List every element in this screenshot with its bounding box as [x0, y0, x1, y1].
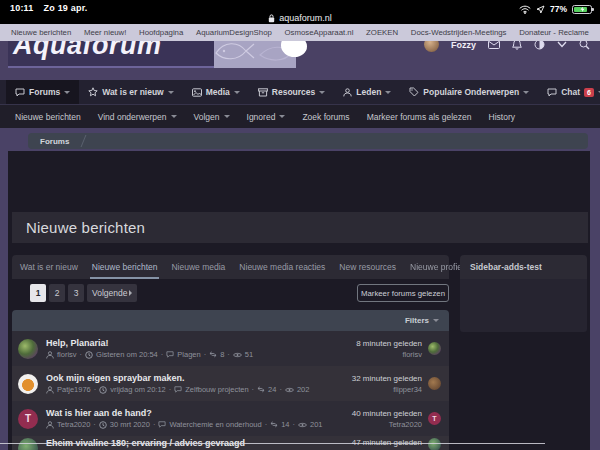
- tab-nieuwe-media[interactable]: Nieuwe media: [171, 255, 225, 279]
- avatar[interactable]: [428, 342, 441, 355]
- thread-author[interactable]: florisv: [57, 350, 77, 359]
- caret-down-icon: [234, 91, 240, 94]
- site-logo[interactable]: Aquaforum: [13, 41, 162, 60]
- breadcrumb-forums[interactable]: Forums: [40, 137, 69, 146]
- thread-author[interactable]: Patje1976: [57, 385, 91, 394]
- page-title: Nieuwe berichten: [26, 219, 145, 236]
- bookmark-donateur-reclame[interactable]: Donateur - Reclame: [519, 28, 589, 37]
- tabs-bar: Wat is er nieuw Nieuwe berichten Nieuwe …: [12, 255, 449, 279]
- image-icon: [192, 88, 202, 97]
- subnav-item-markeer-forums[interactable]: Markeer forums als gelezen: [367, 112, 472, 122]
- thread-title[interactable]: Wat is hier aan de hand?: [46, 408, 352, 418]
- table-row[interactable]: Help, Planaria! florisv Gisteren om 20:5…: [12, 331, 449, 366]
- avatar[interactable]: [428, 377, 441, 390]
- subnav-item-zoek-forums[interactable]: Zoek forums: [302, 112, 349, 122]
- moon-toggle-icon[interactable]: [534, 41, 545, 50]
- avatar[interactable]: [18, 339, 38, 359]
- avatar[interactable]: T: [428, 412, 441, 425]
- nav-item-populaire-onderwerpen[interactable]: Populaire Onderwerpen: [400, 80, 538, 104]
- thread-replies: 8: [220, 350, 224, 359]
- subnav-item-nieuwe-berichten[interactable]: Nieuwe berichten: [15, 112, 81, 122]
- chevron-down-icon[interactable]: [557, 41, 567, 48]
- sidebar-ad-slot: [460, 279, 587, 332]
- last-post-time[interactable]: 32 minuten geleden: [352, 374, 422, 383]
- bookmark-osmoseapparaat[interactable]: OsmoseApparaat.nl: [285, 28, 354, 37]
- table-row[interactable]: Ook mijn eigen spraybar maken. Patje1976…: [12, 366, 449, 401]
- thread-title[interactable]: Help, Planaria!: [46, 338, 356, 348]
- search-icon[interactable]: [579, 41, 590, 50]
- sidebar: Sidebar-adds-test: [460, 255, 587, 332]
- forum-icon: [166, 351, 174, 358]
- address-bar[interactable]: aquaforum.nl: [0, 13, 600, 23]
- nav-item-wat-is-er-nieuw[interactable]: Wat is er nieuw: [79, 80, 183, 104]
- avatar[interactable]: [18, 374, 38, 394]
- eye-icon: [285, 387, 294, 393]
- bookmark-meer-nieuw[interactable]: Meer nieuw!: [84, 28, 126, 37]
- user-icon: [46, 421, 54, 429]
- bookmark-hoofdpagina[interactable]: Hoofdpagina: [139, 28, 183, 37]
- bookmark-docs-wedstrijden-meetings[interactable]: Docs-Wedstrijden-Meetings: [411, 28, 507, 37]
- nav-item-chat[interactable]: Chat 6: [538, 80, 600, 104]
- nav-label: Media: [206, 87, 230, 97]
- nav-item-leden[interactable]: Leden: [334, 80, 400, 104]
- bookmark-nieuwe-berichten[interactable]: Nieuwe berichten: [11, 28, 71, 37]
- filters-button[interactable]: Filters: [405, 316, 429, 325]
- user-avatar[interactable]: [424, 41, 439, 52]
- page-button-3[interactable]: 3: [68, 284, 84, 302]
- bookmark-aquariumdesignshop[interactable]: AquariumDesignShop: [196, 28, 272, 37]
- thread-meta: Tetra2020 30 mrt 2020 Waterchemie en ond…: [46, 420, 352, 429]
- bookmark-zoeken[interactable]: ZOEKEN: [366, 28, 398, 37]
- tag-icon: [409, 87, 419, 97]
- user-icon: [343, 88, 352, 97]
- tab-new-resources[interactable]: New resources: [339, 255, 396, 279]
- subnav-item-vind-onderwerpen[interactable]: Vind onderwerpen: [98, 112, 177, 122]
- tab-wat-is-er-nieuw[interactable]: Wat is er nieuw: [20, 255, 78, 279]
- page-button-next[interactable]: Volgende: [87, 284, 137, 302]
- last-post-time[interactable]: 8 minuten geleden: [356, 339, 422, 348]
- nav-label: Leden: [356, 87, 381, 97]
- status-date: Zo 19 apr.: [44, 3, 88, 13]
- nav-item-resources[interactable]: Resources: [249, 80, 334, 104]
- caret-down-icon: [433, 319, 439, 322]
- last-post-user[interactable]: flipper34: [352, 385, 422, 394]
- thread-forum[interactable]: Zelfbouw projecten: [185, 385, 248, 394]
- page-button-1[interactable]: 1: [30, 284, 46, 302]
- eye-icon: [233, 352, 242, 358]
- subnav-item-ignored[interactable]: Ignored: [247, 112, 286, 122]
- last-post-user[interactable]: florisv: [356, 350, 422, 359]
- bell-icon[interactable]: [512, 41, 522, 50]
- clock-icon: [85, 351, 93, 359]
- subnav-item-volgen[interactable]: Volgen: [194, 112, 230, 122]
- thread-author[interactable]: Tetra2020: [57, 420, 90, 429]
- last-post-user[interactable]: Tetra2020: [352, 420, 422, 429]
- last-post-time[interactable]: 40 minuten geleden: [352, 409, 422, 418]
- thread-forum[interactable]: Waterchemie en onderhoud: [169, 420, 261, 429]
- envelope-icon[interactable]: [488, 41, 500, 49]
- star-icon: [88, 87, 98, 97]
- tab-nieuwe-berichten[interactable]: Nieuwe berichten: [92, 255, 158, 279]
- thread-replies: 14: [281, 420, 289, 429]
- mark-forums-read-button[interactable]: Markeer forums gelezen: [357, 284, 449, 302]
- user-icon: [46, 386, 54, 394]
- pagination: 1 2 3 Volgende: [30, 284, 137, 302]
- nav-label: Resources: [272, 87, 315, 97]
- page-button-2[interactable]: 2: [49, 284, 65, 302]
- avatar[interactable]: [18, 438, 38, 450]
- thread-meta: florisv Gisteren om 20:54 Plagen 8 51: [46, 350, 356, 359]
- nav-item-forums[interactable]: Forums: [6, 80, 79, 104]
- tab-nieuwe-media-reacties[interactable]: Nieuwe media reacties: [239, 255, 325, 279]
- nav-label: Populaire Onderwerpen: [423, 87, 519, 97]
- table-row[interactable]: T Wat is hier aan de hand? Tetra2020 30 …: [12, 401, 449, 436]
- thread-forum[interactable]: Plagen: [177, 350, 200, 359]
- username[interactable]: Fozzy: [451, 41, 476, 50]
- avatar[interactable]: T: [18, 409, 38, 429]
- avatar[interactable]: [428, 438, 441, 450]
- thread-title[interactable]: Ook mijn eigen spraybar maken.: [46, 373, 352, 383]
- eye-icon: [298, 422, 307, 428]
- bookmarks-bar: Nieuwe berichten Meer nieuw! Hoofdpagina…: [0, 24, 600, 41]
- nav-item-media[interactable]: Media: [183, 80, 249, 104]
- subnav-item-history[interactable]: History: [489, 112, 515, 122]
- chat-badge: 6: [584, 88, 594, 97]
- address-url: aquaforum.nl: [279, 13, 332, 23]
- thread-views: 201: [310, 420, 323, 429]
